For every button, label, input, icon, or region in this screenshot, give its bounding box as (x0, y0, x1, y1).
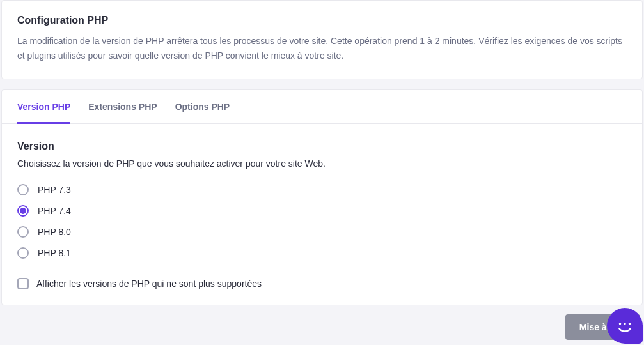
radio-icon (17, 184, 29, 195)
tab-extensions-php[interactable]: Extensions PHP (88, 90, 157, 124)
radio-php-8-0[interactable]: PHP 8.0 (17, 226, 627, 238)
show-unsupported-checkbox[interactable]: Afficher les versions de PHP qui ne sont… (17, 278, 627, 289)
chat-icon (615, 316, 634, 335)
radio-label: PHP 7.3 (38, 185, 71, 195)
svg-point-2 (629, 323, 631, 325)
chat-widget-button[interactable] (607, 308, 643, 344)
main-card: Version PHP Extensions PHP Options PHP V… (1, 89, 643, 305)
page-description: La modification de la version de PHP arr… (17, 34, 627, 63)
radio-php-7-4[interactable]: PHP 7.4 (17, 205, 627, 217)
tab-content: Version Choisissez la version de PHP que… (2, 124, 642, 305)
radio-php-7-3[interactable]: PHP 7.3 (17, 184, 627, 195)
tabs-container: Version PHP Extensions PHP Options PHP (2, 90, 642, 124)
section-description: Choisissez la version de PHP que vous so… (17, 158, 627, 169)
checkbox-label: Afficher les versions de PHP qui ne sont… (36, 279, 262, 289)
radio-icon (17, 205, 29, 217)
radio-label: PHP 8.1 (38, 248, 71, 258)
svg-point-1 (624, 323, 625, 325)
php-version-list: PHP 7.3 PHP 7.4 PHP 8.0 PHP 8.1 (17, 184, 627, 259)
radio-label: PHP 8.0 (38, 227, 71, 237)
radio-php-8-1[interactable]: PHP 8.1 (17, 247, 627, 259)
config-header-card: Configuration PHP La modification de la … (1, 0, 643, 79)
radio-label: PHP 7.4 (38, 206, 71, 216)
radio-icon (17, 247, 29, 259)
section-title: Version (17, 141, 627, 152)
tab-version-php[interactable]: Version PHP (17, 90, 70, 124)
tab-options-php[interactable]: Options PHP (175, 90, 230, 124)
radio-icon (17, 226, 29, 238)
page-title: Configuration PHP (17, 15, 627, 26)
svg-point-0 (619, 323, 621, 325)
checkbox-icon (17, 278, 29, 289)
